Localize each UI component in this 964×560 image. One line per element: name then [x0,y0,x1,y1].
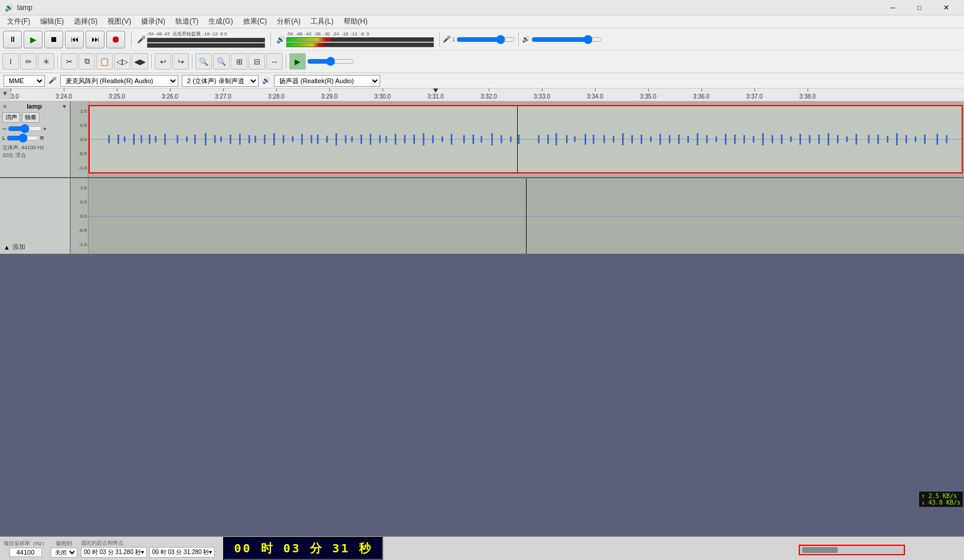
track1-close-icon[interactable]: ✕ [2,103,7,110]
svg-rect-34 [395,134,396,145]
redo-button[interactable]: ↪ [172,53,189,70]
menu-generate[interactable]: 生成(G) [204,15,237,28]
track2-content[interactable]: 1.0 0.5 0.0 -0.5 -1.0 [71,178,964,254]
record-button[interactable]: ⏺ [106,31,125,48]
zoom-custom-button[interactable]: ↔ [266,53,283,70]
playback-speed-slider[interactable] [307,57,354,66]
forward-button[interactable]: ⏭ [86,31,104,48]
play-at-speed-button[interactable]: ▶ [289,53,306,70]
app-title: lamp [17,4,880,12]
svg-rect-70 [744,135,745,143]
svg-rect-78 [818,135,819,144]
timeline-ruler[interactable]: ▼ 3:23.03:24.03:25.03:26.03:27.03:28.03:… [0,89,964,101]
audio-clip-selected[interactable] [89,105,963,173]
rewind-button[interactable]: ⏮ [65,31,84,48]
trim-audio-button[interactable]: ◁▷ [114,53,130,70]
sample-rate-input[interactable] [9,548,42,557]
close-button[interactable]: ✕ [933,0,959,15]
speaker-device-select[interactable]: 扬声器 (Realtek(R) Audio) [274,75,380,87]
track1-depth: 32位 浮点 [2,152,67,159]
snap-label: 吸附到 [56,540,72,548]
menu-record[interactable]: 摄录(N) [136,15,170,28]
transport-section: ⏸ ▶ ⏹ ⏮ ⏭ ⏺ [2,30,126,49]
menu-effect[interactable]: 效果(C) [238,15,272,28]
menu-edit[interactable]: 编辑(E) [35,15,68,28]
output-meter-bar[interactable] [286,37,434,42]
svg-rect-31 [370,134,371,145]
mic-volume-section: 🎤 1 [443,35,515,44]
track1-menu-icon[interactable]: ▼ [61,103,67,110]
menu-select[interactable]: 选择(S) [69,15,102,28]
track1-gain-slider[interactable] [8,125,42,133]
menu-tools[interactable]: 工具(L) [306,15,338,28]
selection-start-button[interactable]: 00 时 03 分 31.280 秒▾ [81,547,147,558]
multitool-button[interactable]: ✳ [38,53,54,70]
ruler-tick: 3:29.0 [321,93,338,100]
track2-row: ▲ 添加 1.0 0.5 0.0 -0.5 -1.0 [0,178,964,255]
minimize-button[interactable]: ─ [880,0,906,15]
menu-file[interactable]: 文件(F) [2,15,35,28]
selection-end-button[interactable]: 00 时 03 分 31.280 秒▾ [149,547,215,558]
zoom-fit-sel-button[interactable]: ⊟ [249,53,265,70]
scrollbar-highlight-box[interactable] [799,545,905,555]
svg-rect-73 [772,135,773,143]
cut-button[interactable]: ✂ [61,53,77,70]
input-meter-section: 🎤 -54 -48 -42 点击开始监视 -18 -12 -6 0 [135,30,267,49]
select-tool-button[interactable]: I [2,53,19,70]
svg-rect-43 [481,136,482,142]
stop-button[interactable]: ⏹ [44,31,63,48]
zoom-fit-project-button[interactable]: ⊞ [231,53,247,70]
ruler-tick: 3:38.0 [799,93,816,100]
output-volume-section: 🔊 [522,35,602,44]
mic-device-select[interactable]: 麦克风阵列 (Realtek(R) Audio) [60,75,178,87]
menu-track[interactable]: 轨道(T) [171,15,203,28]
paste-button[interactable]: 📋 [96,53,113,70]
track1-pan-slider[interactable] [6,134,39,142]
audio-host-select[interactable]: MME [4,75,45,87]
menu-analyze[interactable]: 分析(A) [272,15,305,28]
snap-select[interactable]: 关闭 [51,548,77,558]
undo-button[interactable]: ↩ [155,53,171,70]
copy-button[interactable]: ⧉ [79,53,95,70]
menu-view[interactable]: 视图(V) [103,15,136,28]
channels-select[interactable]: 2 (立体声) 录制声道 [182,75,259,87]
track2-add-label[interactable]: 添加 [12,243,25,251]
input-meter-click-label[interactable]: 点击开始监视 [172,31,201,37]
ruler-tick: 3:32.0 [481,93,497,100]
mic-volume-slider[interactable] [456,35,515,44]
pan-L-label: L [2,135,5,141]
svg-rect-29 [351,137,352,142]
ruler-arrow[interactable]: ▼ [0,89,11,100]
track1-mute-button[interactable]: 消声 [2,112,20,123]
zoom-out-button[interactable]: 🔍 [195,53,212,70]
output-meter-bar2[interactable] [286,42,434,47]
title-bar: 🔊 lamp ─ □ ✕ [0,0,964,15]
svg-rect-37 [423,133,424,145]
svg-rect-85 [887,136,888,142]
scrollbar-thumb-inner[interactable] [802,547,838,553]
svg-rect-52 [574,137,576,142]
pause-button[interactable]: ⏸ [3,31,22,48]
sep6 [151,54,152,68]
ruler-tick: 3:23.0 [11,93,19,100]
combined-toolbar: ⏸ ▶ ⏹ ⏮ ⏭ ⏺ 🎤 -54 -48 -42 点击开始监视 -18 -12 [0,28,964,73]
snap-group: 吸附到 关闭 [51,540,77,558]
output-volume-slider[interactable] [531,35,602,44]
draw-tool-button[interactable]: ✏ [20,53,37,70]
svg-rect-28 [345,135,347,143]
input-meter-bar[interactable] [147,38,265,42]
zoom-in-button[interactable]: 🔍 [213,53,230,70]
track1-solo-button[interactable]: 独奏 [22,112,40,123]
upload-speed: ↑ 2.5 KB/s [921,493,960,499]
download-speed: ↓ 43.0 KB/s [921,499,960,506]
svg-rect-47 [518,135,519,144]
input-meter-bar2[interactable] [147,43,265,48]
menu-help[interactable]: 帮助(H) [339,15,372,28]
restore-button[interactable]: □ [906,0,933,15]
play-button[interactable]: ▶ [24,31,43,48]
track2-triangle-icon[interactable]: ▲ [4,244,10,251]
track1-content[interactable]: 1.0 0.5 0.0 -0.5 -1.0 [71,101,964,177]
svg-rect-76 [800,134,801,145]
track1-name: lamp [27,103,42,110]
silence-button[interactable]: ◀▶ [132,53,148,70]
